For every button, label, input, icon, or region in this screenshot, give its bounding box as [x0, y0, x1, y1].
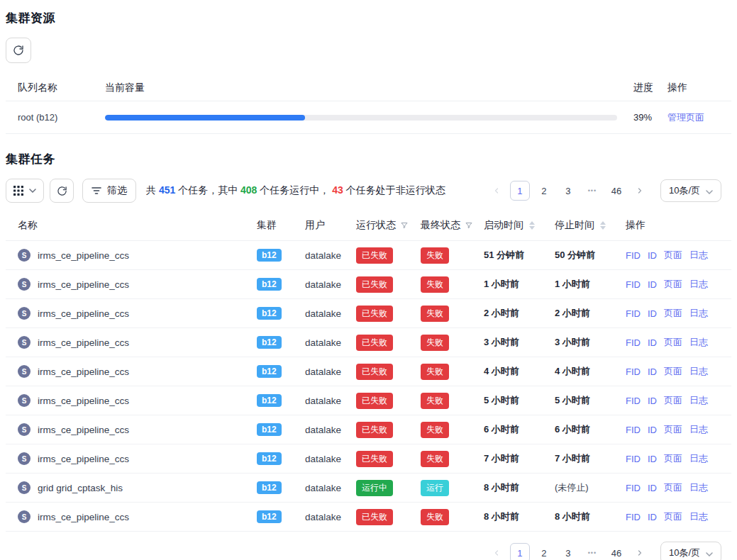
page-size-select[interactable]: 10条/页 — [660, 542, 721, 560]
run-status-badge: 已失败 — [356, 306, 393, 322]
user-name: datalake — [305, 308, 356, 319]
user-name: datalake — [305, 483, 356, 493]
action-link-log[interactable]: 日志 — [689, 336, 708, 349]
page-button-46[interactable]: 46 — [606, 543, 626, 560]
prev-page-icon[interactable] — [487, 181, 506, 200]
action-link-log[interactable]: 日志 — [689, 452, 708, 465]
action-link-page[interactable]: 页面 — [664, 510, 682, 523]
action-link-id[interactable]: ID — [648, 337, 657, 348]
start-time-sort-icon[interactable] — [529, 221, 535, 230]
action-link-fid[interactable]: FID — [626, 483, 641, 493]
action-link-id[interactable]: ID — [648, 279, 657, 290]
action-link-log[interactable]: 日志 — [689, 278, 708, 291]
page-button-1[interactable]: 1 — [510, 543, 530, 560]
action-link-page[interactable]: 页面 — [664, 307, 682, 320]
action-link-id[interactable]: ID — [648, 454, 657, 464]
next-page-icon[interactable] — [631, 544, 649, 560]
table-row: S irms_ce_pipeline_ccs b12 datalake 已失败 … — [6, 444, 731, 474]
stop-time: 8 小时前 — [555, 510, 626, 523]
col-header-task-ops: 操作 — [626, 219, 645, 232]
task-name: irms_ce_pipeline_ccs — [38, 512, 129, 522]
page-button-1[interactable]: 1 — [510, 181, 530, 201]
user-name: datalake — [305, 454, 356, 464]
action-link-log[interactable]: 日志 — [689, 423, 708, 436]
action-link-log[interactable]: 日志 — [689, 481, 708, 494]
action-link-id[interactable]: ID — [648, 396, 657, 406]
page-button-3[interactable]: 3 — [558, 543, 578, 560]
column-settings-button[interactable] — [6, 179, 44, 203]
page-ellipsis[interactable]: ••• — [582, 181, 602, 201]
action-link-page[interactable]: 页面 — [664, 394, 682, 407]
row-actions: FIDID页面日志 — [626, 423, 731, 436]
start-time: 2 小时前 — [484, 307, 555, 320]
user-name: datalake — [305, 512, 356, 522]
page-button-3[interactable]: 3 — [558, 181, 578, 201]
action-link-fid[interactable]: FID — [626, 279, 641, 290]
action-link-page[interactable]: 页面 — [664, 249, 682, 262]
page-ellipsis[interactable]: ••• — [582, 543, 602, 560]
stop-time: 7 小时前 — [555, 452, 626, 465]
action-link-id[interactable]: ID — [648, 250, 657, 261]
action-link-fid[interactable]: FID — [626, 454, 641, 464]
next-page-icon[interactable] — [631, 181, 649, 200]
refresh-tasks-button[interactable] — [50, 179, 74, 203]
action-link-log[interactable]: 日志 — [689, 365, 708, 378]
action-link-fid[interactable]: FID — [626, 396, 641, 406]
page-button-2[interactable]: 2 — [534, 543, 554, 560]
action-link-log[interactable]: 日志 — [689, 510, 708, 523]
task-summary: 共 451 个任务，其中 408 个任务运行中， 43 个任务处于非运行状态 — [146, 184, 445, 197]
action-link-fid[interactable]: FID — [626, 250, 641, 261]
action-link-log[interactable]: 日志 — [689, 307, 708, 320]
action-link-id[interactable]: ID — [648, 425, 657, 435]
action-link-page[interactable]: 页面 — [664, 423, 682, 436]
cluster-tag: b12 — [257, 452, 282, 465]
row-actions: FIDID页面日志 — [626, 336, 731, 349]
action-link-page[interactable]: 页面 — [664, 336, 682, 349]
action-link-page[interactable]: 页面 — [664, 278, 682, 291]
action-link-fid[interactable]: FID — [626, 425, 641, 435]
row-actions: FIDID页面日志 — [626, 394, 731, 407]
stop-time: (未停止) — [555, 481, 626, 494]
prev-page-icon[interactable] — [487, 544, 506, 560]
chevron-down-icon — [706, 548, 713, 559]
col-header-run-status: 运行状态 — [356, 219, 396, 232]
action-link-fid[interactable]: FID — [626, 308, 641, 319]
action-link-fid[interactable]: FID — [626, 512, 641, 522]
col-header-resource-ops: 操作 — [667, 82, 731, 94]
final-status-badge: 失败 — [421, 335, 449, 351]
page-size-select[interactable]: 10条/页 — [660, 179, 721, 202]
action-link-id[interactable]: ID — [648, 483, 657, 493]
section-title-tasks: 集群任务 — [6, 151, 731, 167]
action-link-id[interactable]: ID — [648, 308, 657, 319]
action-link-log[interactable]: 日志 — [689, 249, 708, 262]
stop-time: 3 小时前 — [555, 336, 626, 349]
user-name: datalake — [305, 250, 356, 261]
action-link-id[interactable]: ID — [648, 366, 657, 377]
action-link-id[interactable]: ID — [648, 512, 657, 522]
task-name: irms_ce_pipeline_ccs — [38, 279, 129, 290]
tasks-toolbar: 筛选 共 451 个任务，其中 408 个任务运行中， 43 个任务处于非运行状… — [6, 179, 731, 203]
filter-button[interactable]: 筛选 — [82, 179, 136, 203]
action-link-fid[interactable]: FID — [626, 337, 641, 348]
action-link-page[interactable]: 页面 — [664, 481, 682, 494]
refresh-resources-button[interactable] — [6, 38, 31, 63]
action-link-log[interactable]: 日志 — [689, 394, 708, 407]
run-status-filter-icon[interactable] — [400, 221, 409, 230]
action-link-page[interactable]: 页面 — [664, 452, 682, 465]
stop-time-sort-icon[interactable] — [600, 221, 606, 230]
run-status-badge: 已失败 — [356, 247, 393, 264]
row-actions: FIDID页面日志 — [626, 365, 731, 378]
final-status-filter-icon[interactable] — [465, 221, 473, 230]
cluster-tag: b12 — [257, 394, 282, 407]
col-header-user: 用户 — [305, 219, 325, 232]
user-name: datalake — [305, 337, 356, 348]
start-time: 5 小时前 — [484, 394, 555, 407]
final-status-badge: 失败 — [421, 422, 449, 438]
page-button-2[interactable]: 2 — [534, 181, 554, 201]
action-link-page[interactable]: 页面 — [664, 365, 682, 378]
page-button-46[interactable]: 46 — [606, 181, 626, 201]
manage-page-link[interactable]: 管理页面 — [667, 112, 704, 123]
col-header-queue-name: 队列名称 — [18, 82, 105, 94]
avatar: S — [18, 278, 31, 291]
action-link-fid[interactable]: FID — [626, 366, 641, 377]
